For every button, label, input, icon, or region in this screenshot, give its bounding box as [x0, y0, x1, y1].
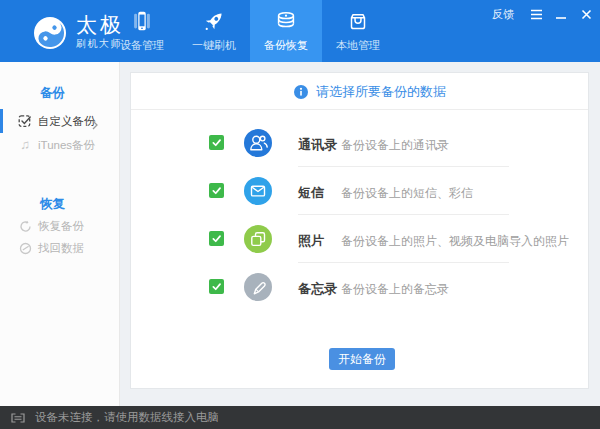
photos-checkbox[interactable] — [209, 231, 224, 246]
prompt-text: 请选择所要备份的数据 — [316, 83, 446, 101]
sidebar-item-label: iTunes备份 — [38, 138, 95, 153]
backup-item-sms[interactable]: 短信 备份设备上的短信、彩信 — [131, 167, 588, 215]
tab-one-click-flash[interactable]: 一键刷机 — [178, 0, 250, 62]
tab-device-management[interactable]: 设备管理 — [106, 0, 178, 62]
window-controls: 反馈 — [492, 7, 593, 22]
tab-local-management[interactable]: 本地管理 — [322, 0, 394, 62]
statusbar: 设备未连接，请使用数据线接入电脑 — [0, 406, 600, 429]
photos-icon — [244, 225, 272, 253]
item-label: 照片 — [298, 232, 324, 250]
tab-backup-restore[interactable]: 备份恢复 — [250, 0, 322, 62]
selected-indicator — [0, 109, 3, 133]
sidebar-item-custom-backup[interactable]: 自定义备份 — [0, 109, 120, 133]
cable-connector-icon — [10, 413, 26, 423]
notes-icon — [244, 273, 272, 301]
item-label: 短信 — [298, 184, 324, 202]
sidebar-item-itunes-backup[interactable]: ♫ iTunes备份 — [0, 133, 120, 157]
titlebar: 太极 刷机大师 设备管理 — [0, 0, 600, 62]
sidebar-item-recover-data[interactable]: 找回数据 — [0, 236, 120, 260]
tab-label: 设备管理 — [120, 38, 164, 53]
item-description: 备份设备上的短信、彩信 — [341, 185, 473, 202]
tab-label: 备份恢复 — [264, 38, 308, 53]
sms-checkbox[interactable] — [209, 183, 224, 198]
restore-arrow-icon — [18, 219, 32, 233]
recover-circle-icon — [18, 241, 32, 255]
sidebar-section-restore: 恢复 — [40, 196, 65, 213]
music-note-icon: ♫ — [18, 138, 32, 152]
menu-icon[interactable] — [529, 8, 543, 22]
sidebar-item-label: 恢复备份 — [38, 219, 84, 234]
item-label: 通讯录 — [298, 136, 337, 154]
contacts-checkbox[interactable] — [209, 135, 224, 150]
sidebar-item-label: 找回数据 — [38, 241, 84, 256]
item-label: 备忘录 — [298, 280, 337, 298]
sidebar-section-backup: 备份 — [40, 85, 65, 102]
notes-checkbox[interactable] — [209, 279, 224, 294]
prompt-row: 请选择所要备份的数据 — [294, 83, 446, 101]
minimize-icon[interactable] — [554, 8, 568, 22]
info-icon — [294, 85, 308, 99]
bag-icon — [345, 9, 371, 35]
phone-icon — [129, 9, 155, 35]
item-description: 备份设备上的备忘录 — [341, 281, 449, 298]
sidebar-item-label: 自定义备份 — [38, 114, 96, 129]
rocket-icon — [201, 9, 227, 35]
start-backup-button[interactable]: 开始备份 — [329, 348, 395, 370]
feedback-link[interactable]: 反馈 — [492, 7, 514, 22]
backup-item-contacts[interactable]: 通讯录 备份设备上的通讯录 — [131, 119, 588, 167]
main-nav-tabs: 设备管理 一键刷机 备份恢复 — [106, 0, 394, 62]
chevron-right-icon — [92, 116, 98, 134]
item-description: 备份设备上的照片、视频及电脑导入的照片 — [341, 233, 569, 250]
contacts-icon — [244, 129, 272, 157]
database-icon — [273, 9, 299, 35]
sms-icon — [244, 177, 272, 205]
close-icon[interactable] — [579, 8, 593, 22]
connection-status-text: 设备未连接，请使用数据线接入电脑 — [35, 410, 219, 425]
backup-item-photos[interactable]: 照片 备份设备上的照片、视频及电脑导入的照片 — [131, 215, 588, 263]
tab-label: 本地管理 — [336, 38, 380, 53]
taiji-logo-icon — [33, 16, 67, 50]
sidebar-item-restore-backup[interactable]: 恢复备份 — [0, 214, 120, 238]
divider — [131, 109, 588, 110]
sidebar: 备份 自定义备份 ♫ iTunes备份 恢复 恢复备份 — [0, 62, 120, 407]
tab-label: 一键刷机 — [192, 38, 236, 53]
checkbox-check-icon — [18, 114, 32, 128]
backup-selection-panel: 请选择所要备份的数据 通讯录 备份设备上的通讯录 短信 — [130, 72, 589, 389]
item-description: 备份设备上的通讯录 — [341, 137, 449, 154]
backup-item-notes[interactable]: 备忘录 备份设备上的备忘录 — [131, 263, 588, 311]
